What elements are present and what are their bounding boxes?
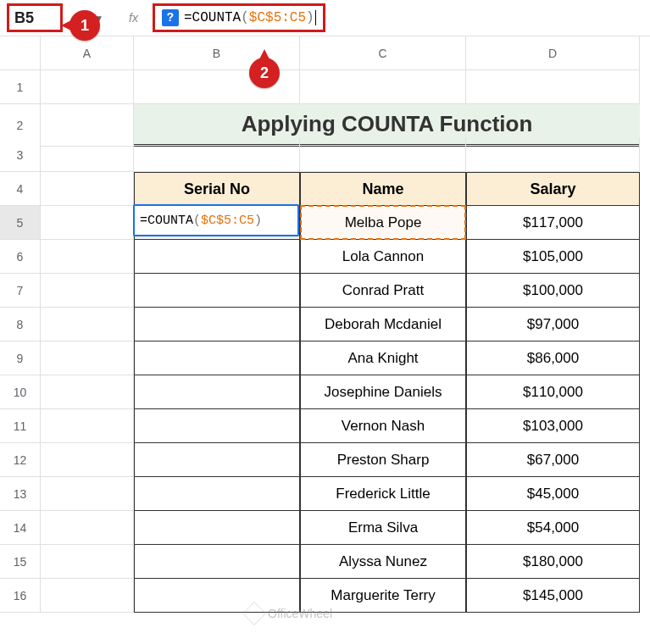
row-header-11[interactable]: 11 [0, 409, 41, 443]
spreadsheet-grid: A B C D 1 2 Applying COUNTA Function 3 4… [0, 36, 650, 613]
cell-D12[interactable]: $67,000 [466, 443, 640, 477]
col-header-C[interactable]: C [300, 36, 466, 70]
cell-B9[interactable] [134, 341, 300, 375]
cell-B5[interactable]: =COUNTA ( $C$5:C5 ) [134, 206, 300, 240]
cell-B3[interactable] [134, 138, 300, 172]
row-header-5[interactable]: 5 [0, 206, 41, 240]
row-header-10[interactable]: 10 [0, 375, 41, 409]
cell-A16[interactable] [41, 579, 134, 613]
select-all-corner[interactable] [0, 36, 41, 70]
col-header-A[interactable]: A [41, 36, 134, 70]
annotation-badge-1: 1 [69, 10, 100, 41]
cell-A14[interactable] [41, 511, 134, 545]
editor-close-paren: ) [254, 214, 262, 228]
watermark-logo-icon [242, 602, 266, 625]
cell-A1[interactable] [41, 70, 134, 104]
cell-A12[interactable] [41, 443, 134, 477]
row-header-1[interactable]: 1 [0, 70, 41, 104]
name-box[interactable]: B5 [7, 3, 63, 32]
cell-B11[interactable] [134, 409, 300, 443]
row-header-8[interactable]: 8 [0, 308, 41, 341]
cell-D15[interactable]: $180,000 [466, 545, 640, 579]
formula-open-paren: ( [241, 10, 249, 25]
cell-editor[interactable]: =COUNTA ( $C$5:C5 ) [133, 204, 299, 236]
formula-range-text: $C$5:C5 [249, 10, 306, 25]
cell-B10[interactable] [134, 375, 300, 409]
row-header-16[interactable]: 16 [0, 579, 41, 613]
row-header-7[interactable]: 7 [0, 274, 41, 308]
cell-C13[interactable]: Frederick Little [300, 477, 466, 511]
cell-B8[interactable] [134, 308, 300, 341]
col-header-D[interactable]: D [466, 36, 640, 70]
editor-range-text: $C$5:C5 [201, 214, 254, 228]
cell-D13[interactable]: $45,000 [466, 477, 640, 511]
cell-B6[interactable] [134, 240, 300, 274]
editor-open-paren: ( [193, 214, 201, 228]
header-salary[interactable]: Salary [466, 172, 640, 206]
formula-input[interactable]: ? =COUNTA ( $C$5:C5 ) [153, 3, 325, 32]
cell-C7[interactable]: Conrad Pratt [300, 274, 466, 308]
cell-A4[interactable] [41, 172, 134, 206]
cell-C10[interactable]: Josephine Daniels [300, 375, 466, 409]
row-header-14[interactable]: 14 [0, 511, 41, 545]
cell-C11[interactable]: Vernon Nash [300, 409, 466, 443]
cell-A15[interactable] [41, 545, 134, 579]
cell-C5-text: Melba Pope [345, 214, 422, 231]
row-header-12[interactable]: 12 [0, 443, 41, 477]
formula-help-icon[interactable]: ? [162, 9, 179, 26]
row-header-4[interactable]: 4 [0, 172, 41, 206]
cell-A11[interactable] [41, 409, 134, 443]
cell-B13[interactable] [134, 477, 300, 511]
cell-D9[interactable]: $86,000 [466, 341, 640, 375]
cell-D16[interactable]: $145,000 [466, 579, 640, 613]
row-header-3[interactable]: 3 [0, 138, 41, 172]
cell-D7[interactable]: $100,000 [466, 274, 640, 308]
cell-C8[interactable]: Deborah Mcdaniel [300, 308, 466, 341]
row-header-9[interactable]: 9 [0, 341, 41, 375]
row-header-6[interactable]: 6 [0, 240, 41, 274]
cell-D10[interactable]: $110,000 [466, 375, 640, 409]
cell-C5[interactable]: Melba Pope [300, 206, 466, 240]
watermark-text: OfficeWheel [268, 607, 332, 620]
cell-A8[interactable] [41, 308, 134, 341]
fx-icon[interactable]: fx [129, 11, 146, 25]
cell-D14[interactable]: $54,000 [466, 511, 640, 545]
cell-C1[interactable] [300, 70, 466, 104]
annotation-badge-2: 2 [249, 58, 280, 88]
cell-B12[interactable] [134, 443, 300, 477]
formula-function-text: =COUNTA [184, 10, 241, 25]
header-serial[interactable]: Serial No [134, 172, 300, 206]
cell-B15[interactable] [134, 545, 300, 579]
cell-A10[interactable] [41, 375, 134, 409]
cell-D5[interactable]: $117,000 [466, 206, 640, 240]
watermark: OfficeWheel [246, 605, 332, 622]
cell-D8[interactable]: $97,000 [466, 308, 640, 341]
header-name[interactable]: Name [300, 172, 466, 206]
text-cursor-icon [315, 10, 316, 25]
cell-C6[interactable]: Lola Cannon [300, 240, 466, 274]
cell-B7[interactable] [134, 274, 300, 308]
formula-close-paren: ) [306, 10, 314, 25]
row-header-13[interactable]: 13 [0, 477, 41, 511]
cell-A13[interactable] [41, 477, 134, 511]
cell-D1[interactable] [466, 70, 640, 104]
cell-C3[interactable] [300, 138, 466, 172]
cell-C15[interactable]: Alyssa Nunez [300, 545, 466, 579]
cell-D6[interactable]: $105,000 [466, 240, 640, 274]
cell-D11[interactable]: $103,000 [466, 409, 640, 443]
cell-A6[interactable] [41, 240, 134, 274]
editor-function-text: =COUNTA [140, 214, 193, 228]
cell-A5[interactable] [41, 206, 134, 240]
cell-C12[interactable]: Preston Sharp [300, 443, 466, 477]
cell-D3[interactable] [466, 138, 640, 172]
cell-A9[interactable] [41, 341, 134, 375]
cell-C9[interactable]: Ana Knight [300, 341, 466, 375]
cell-A7[interactable] [41, 274, 134, 308]
row-header-15[interactable]: 15 [0, 545, 41, 579]
cell-B14[interactable] [134, 511, 300, 545]
cell-C14[interactable]: Erma Silva [300, 511, 466, 545]
cell-A3[interactable] [41, 138, 134, 172]
